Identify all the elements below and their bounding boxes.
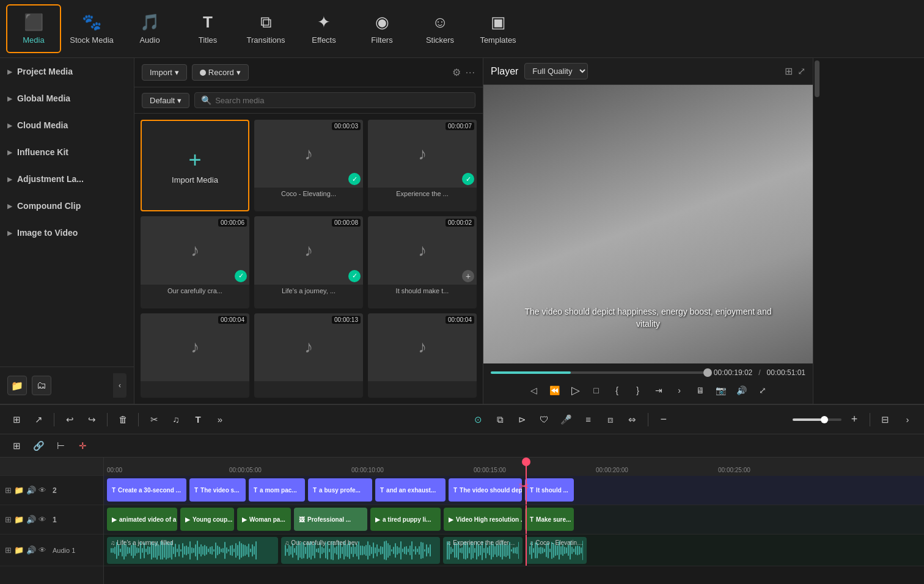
- media-cell-7[interactable]: ♪ 00:00:13: [254, 313, 363, 398]
- mark-out-button[interactable]: }: [629, 382, 647, 399]
- shield-button[interactable]: 🛡: [535, 411, 554, 429]
- audio-button[interactable]: ♫: [167, 411, 185, 429]
- rewind-button[interactable]: ◁: [526, 382, 543, 399]
- nav-templates[interactable]: ▣ Templates: [471, 4, 526, 53]
- audio-clip-3[interactable]: ♫ Experience the difference: [443, 537, 522, 564]
- text-clip-7[interactable]: T It should ...: [525, 478, 574, 502]
- filter-icon[interactable]: ⚙: [452, 67, 461, 78]
- grid-view-icon[interactable]: ⊞: [785, 65, 793, 77]
- folder-button[interactable]: 🗂: [32, 376, 51, 395]
- volume-button[interactable]: 🔊: [733, 382, 750, 399]
- expand-icon[interactable]: ⤢: [798, 65, 805, 77]
- collapse-button[interactable]: ‹: [113, 373, 127, 398]
- default-button[interactable]: Default ▾: [142, 93, 189, 108]
- zoom-in-button[interactable]: +: [845, 411, 864, 429]
- video-clip-7[interactable]: T Make sure...: [525, 508, 574, 531]
- video-clip-5[interactable]: ▶ a tired puppy li...: [370, 508, 441, 531]
- swap-button[interactable]: ⇔: [623, 411, 642, 429]
- play-button[interactable]: ▷: [567, 382, 584, 399]
- track-audio-icon[interactable]: 🔊: [26, 546, 36, 555]
- speed-button[interactable]: ⊳: [513, 411, 532, 429]
- zoom-out-button[interactable]: −: [654, 411, 673, 429]
- video-clip-1[interactable]: ▶ animated video of a ...: [107, 508, 177, 531]
- more-tools-button[interactable]: »: [211, 411, 229, 429]
- layers-button[interactable]: ⧈: [601, 411, 620, 429]
- new-folder-button[interactable]: 📁: [7, 376, 27, 395]
- sidebar-item-project-media[interactable]: ▶ Project Media: [0, 58, 134, 85]
- track-expand-icon[interactable]: ⊞: [5, 515, 12, 524]
- quality-select[interactable]: Full Quality 1/2 Quality 1/4 Quality: [524, 63, 588, 79]
- crop-button[interactable]: ⧉: [491, 411, 510, 429]
- audio-clip-1[interactable]: ♫ Life's a journey, filled: [107, 537, 278, 564]
- media-cell-6[interactable]: ♪ 00:00:04: [141, 313, 249, 398]
- media-cell-2[interactable]: ♪ 00:00:07 ✓ Experience the ...: [368, 120, 477, 211]
- track-folder-icon[interactable]: 📁: [14, 486, 24, 495]
- nav-stickers[interactable]: ☺ Stickers: [413, 4, 468, 53]
- chevron-right-icon[interactable]: ›: [671, 382, 688, 399]
- media-cell-3[interactable]: ♪ 00:00:06 ✓ Our carefully cra...: [141, 216, 249, 308]
- sidebar-item-global-media[interactable]: ▶ Global Media: [0, 85, 134, 112]
- video-clip-6[interactable]: ▶ Video High resolution ...: [444, 508, 522, 531]
- track-folder-icon[interactable]: 📁: [14, 546, 24, 555]
- right-scrollbar[interactable]: [813, 58, 820, 404]
- sidebar-item-influence-kit[interactable]: ▶ Influence Kit: [0, 139, 134, 166]
- audio-clip-2[interactable]: ♫ Our carefully crafted bev: [281, 537, 440, 564]
- link-button[interactable]: 🔗: [29, 437, 48, 455]
- video-clip-3[interactable]: ▶ Woman pa...: [237, 508, 291, 531]
- select-tool-button[interactable]: ↗: [29, 411, 48, 429]
- nav-transitions[interactable]: ⧉ Transitions: [238, 4, 293, 53]
- media-cell-8[interactable]: ♪ 00:00:04: [368, 313, 477, 398]
- split-audio-button[interactable]: ⊢: [51, 437, 70, 455]
- delete-button[interactable]: 🗑: [114, 411, 132, 429]
- sidebar-item-cloud-media[interactable]: ▶ Cloud Media: [0, 112, 134, 139]
- screenshot-button[interactable]: 📷: [713, 382, 730, 399]
- record-button[interactable]: Record ▾: [192, 64, 249, 81]
- track-add-button[interactable]: ⊞: [7, 437, 26, 455]
- insert-button[interactable]: ⇥: [650, 382, 667, 399]
- track-expand-icon[interactable]: ⊞: [5, 546, 12, 555]
- text-clip-2[interactable]: T The video s...: [189, 478, 246, 502]
- track-eye-icon[interactable]: 👁: [38, 546, 46, 555]
- video-clip-2[interactable]: ▶ Young coup...: [180, 508, 234, 531]
- search-input[interactable]: [215, 96, 469, 105]
- sidebar-item-compound-clip[interactable]: ▶ Compound Clip: [0, 192, 134, 219]
- nav-effects[interactable]: ✦ Effects: [296, 4, 351, 53]
- grid-toggle-button[interactable]: ⊞: [7, 411, 26, 429]
- zoom-track[interactable]: [793, 418, 842, 421]
- track-eye-icon[interactable]: 👁: [38, 515, 46, 524]
- media-cell-1[interactable]: ♪ 00:00:03 ✓ Coco - Elevating...: [254, 120, 363, 211]
- track-expand-icon[interactable]: ⊞: [5, 486, 12, 495]
- mark-in-button[interactable]: {: [609, 382, 626, 399]
- text-clip-4[interactable]: T a busy profe...: [308, 478, 372, 502]
- track-eye-icon[interactable]: 👁: [38, 486, 46, 495]
- tracks-scroll[interactable]: 00:0000:00:05:0000:00:10:0000:00:15:0000…: [104, 458, 924, 584]
- fullscreen-button[interactable]: ⤢: [754, 382, 771, 399]
- text-clip-3[interactable]: T a mom pac...: [249, 478, 305, 502]
- video-clip-4[interactable]: 🖼 Professional ...: [294, 508, 367, 531]
- nav-filters[interactable]: ◉ Filters: [354, 4, 409, 53]
- step-back-button[interactable]: ⏪: [546, 382, 563, 399]
- split-button[interactable]: ✂: [145, 411, 163, 429]
- sidebar-item-adjustment-layer[interactable]: ▶ Adjustment La...: [0, 166, 134, 192]
- monitor-button[interactable]: 🖥: [692, 382, 709, 399]
- media-cell-5[interactable]: ♪ 00:00:02 + It should make t...: [368, 216, 477, 308]
- redo-button[interactable]: ↪: [82, 411, 101, 429]
- import-button[interactable]: Import ▾: [142, 64, 187, 81]
- media-cell-4[interactable]: ♪ 00:00:08 ✓ Life's a journey, ...: [254, 216, 363, 308]
- stop-button[interactable]: □: [588, 382, 605, 399]
- nav-media[interactable]: ⬛ Media: [6, 4, 61, 53]
- track-folder-icon[interactable]: 📁: [14, 515, 24, 524]
- audio-clip-4[interactable]: ♫ Coco - Elevating...: [526, 537, 587, 564]
- layout-button[interactable]: ⊟: [876, 411, 895, 429]
- more-icon[interactable]: ···: [466, 67, 475, 78]
- text-clip-1[interactable]: T Create a 30-second ...: [107, 478, 186, 502]
- list-button[interactable]: ≡: [579, 411, 598, 429]
- text-clip-5[interactable]: T and an exhaust...: [375, 478, 446, 502]
- track-audio-icon[interactable]: 🔊: [26, 515, 36, 524]
- mic-button[interactable]: 🎤: [557, 411, 576, 429]
- text-clip-6[interactable]: T The video should depi...: [449, 478, 522, 502]
- undo-button[interactable]: ↩: [61, 411, 79, 429]
- nav-titles[interactable]: T Titles: [180, 4, 235, 53]
- nav-stock-media[interactable]: 🐾 Stock Media: [64, 4, 119, 53]
- nav-audio[interactable]: 🎵 Audio: [122, 4, 177, 53]
